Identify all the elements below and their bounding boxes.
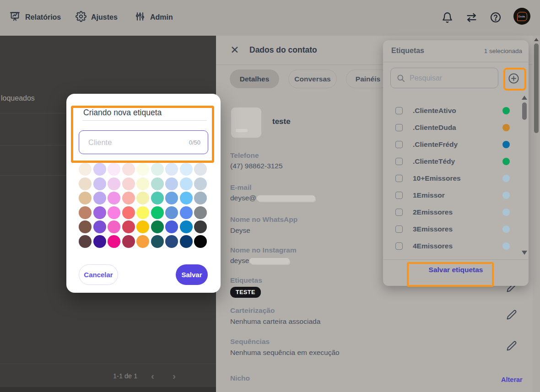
list-scroll-up-arrow[interactable]	[522, 96, 527, 100]
edit-sequencias-pencil-icon[interactable]	[506, 340, 518, 352]
tab-conversas[interactable]: Conversas	[288, 70, 337, 88]
etiqueta-checkbox[interactable]	[395, 192, 403, 199]
color-swatch[interactable]	[180, 235, 193, 248]
scrollbar-thumb[interactable]	[534, 43, 539, 133]
color-swatch[interactable]	[79, 235, 92, 248]
color-swatch[interactable]	[122, 177, 135, 190]
color-swatch[interactable]	[194, 235, 207, 248]
color-swatch[interactable]	[194, 177, 207, 190]
color-swatch[interactable]	[151, 192, 164, 204]
color-swatch[interactable]	[79, 177, 92, 190]
color-swatch[interactable]	[122, 220, 135, 233]
color-swatch[interactable]	[108, 163, 120, 176]
nicho-alterar-link[interactable]: Alterar	[501, 376, 523, 383]
etiqueta-checkbox[interactable]	[395, 158, 403, 165]
etiqueta-name-input[interactable]	[88, 138, 189, 147]
add-etiqueta-button[interactable]	[505, 70, 522, 86]
scrollbar-up-arrow[interactable]	[534, 38, 539, 41]
pagination-prev-icon[interactable]: ‹	[151, 371, 161, 381]
color-swatch[interactable]	[151, 220, 164, 233]
color-swatch[interactable]	[165, 220, 178, 233]
color-swatch[interactable]	[136, 163, 149, 176]
color-swatch[interactable]	[108, 220, 120, 233]
help-icon[interactable]	[488, 10, 503, 25]
color-swatch[interactable]	[93, 206, 106, 219]
save-button[interactable]: Salvar	[176, 264, 208, 285]
cancel-button[interactable]: Cancelar	[79, 264, 118, 285]
color-swatch[interactable]	[165, 177, 178, 190]
color-swatch[interactable]	[108, 177, 120, 190]
labels-search-input[interactable]	[410, 74, 492, 82]
color-swatch[interactable]	[122, 192, 135, 204]
color-swatch[interactable]	[151, 206, 164, 219]
edit-carteirizacao-pencil-icon[interactable]	[506, 309, 518, 321]
window-scrollbar[interactable]	[533, 36, 540, 392]
avatar[interactable]: Duda.	[513, 8, 530, 25]
etiqueta-list-item[interactable]: .ClienteFrédy	[395, 140, 510, 150]
color-swatch[interactable]	[108, 192, 120, 204]
etiqueta-list-item[interactable]: 4Emissores	[395, 241, 510, 251]
labels-search-box[interactable]	[390, 68, 498, 88]
color-swatch[interactable]	[194, 192, 207, 204]
color-swatch[interactable]	[93, 220, 106, 233]
etiqueta-list-item[interactable]: .ClienteDuda	[395, 123, 510, 133]
color-swatch[interactable]	[93, 177, 106, 190]
etiqueta-checkbox[interactable]	[395, 175, 403, 182]
color-swatch[interactable]	[136, 192, 149, 204]
etiqueta-list-item[interactable]: 10+Emissores	[395, 173, 510, 183]
etiqueta-list-item[interactable]: 1Emissor	[395, 190, 510, 200]
color-swatch[interactable]	[151, 177, 164, 190]
color-swatch[interactable]	[151, 235, 164, 248]
transfer-arrows-icon[interactable]	[464, 10, 479, 25]
color-swatch[interactable]	[165, 163, 178, 176]
color-swatch[interactable]	[136, 235, 149, 248]
color-swatch[interactable]	[136, 206, 149, 219]
nav-ajustes[interactable]: Ajustes	[76, 9, 118, 26]
nav-admin[interactable]: Admin	[135, 9, 173, 26]
color-swatch[interactable]	[165, 235, 178, 248]
color-swatch[interactable]	[194, 163, 207, 176]
etiqueta-checkbox[interactable]	[395, 124, 403, 131]
etiqueta-list-item[interactable]: 2Emissores	[395, 207, 510, 217]
color-swatch[interactable]	[79, 163, 92, 176]
color-swatch[interactable]	[165, 192, 178, 204]
etiqueta-checkbox[interactable]	[395, 209, 403, 216]
color-swatch[interactable]	[79, 220, 92, 233]
color-swatch[interactable]	[180, 163, 193, 176]
save-etiquetas-button[interactable]: Salvar etiquetas	[383, 266, 529, 274]
color-swatch[interactable]	[136, 177, 149, 190]
etiqueta-checkbox[interactable]	[395, 242, 403, 250]
color-swatch[interactable]	[136, 220, 149, 233]
color-swatch[interactable]	[194, 220, 207, 233]
color-swatch[interactable]	[79, 206, 92, 219]
color-swatch[interactable]	[180, 192, 193, 204]
close-icon[interactable]: ✕	[229, 44, 241, 56]
color-swatch[interactable]	[122, 206, 135, 219]
list-scrollbar-thumb[interactable]	[522, 102, 527, 120]
color-swatch[interactable]	[108, 235, 120, 248]
color-swatch[interactable]	[122, 163, 135, 176]
color-swatch[interactable]	[194, 206, 207, 219]
color-swatch[interactable]	[180, 177, 193, 190]
color-swatch[interactable]	[180, 220, 193, 233]
nav-relatorios[interactable]: Relatórios	[9, 9, 61, 26]
color-swatch[interactable]	[108, 206, 120, 219]
tab-detalhes[interactable]: Detalhes	[230, 70, 279, 88]
color-swatch[interactable]	[165, 206, 178, 219]
list-scroll-down-arrow[interactable]	[522, 251, 527, 255]
notifications-bell-icon[interactable]	[439, 10, 455, 25]
color-swatch[interactable]	[79, 192, 92, 204]
color-swatch[interactable]	[93, 163, 106, 176]
color-swatch[interactable]	[151, 163, 164, 176]
color-swatch[interactable]	[93, 192, 106, 204]
etiqueta-name-field[interactable]: 0/50	[79, 130, 208, 154]
etiqueta-list-item[interactable]: .ClienteTédy	[395, 156, 510, 166]
etiqueta-checkbox[interactable]	[395, 107, 403, 114]
color-swatch[interactable]	[93, 235, 106, 248]
pagination-next-icon[interactable]: ›	[173, 371, 183, 381]
etiqueta-checkbox[interactable]	[395, 141, 403, 148]
color-swatch[interactable]	[180, 206, 193, 219]
etiqueta-list-item[interactable]: .ClienteAtivo	[395, 106, 510, 116]
etiqueta-list-item[interactable]: 3Emissores	[395, 224, 510, 234]
etiqueta-checkbox[interactable]	[395, 226, 403, 233]
